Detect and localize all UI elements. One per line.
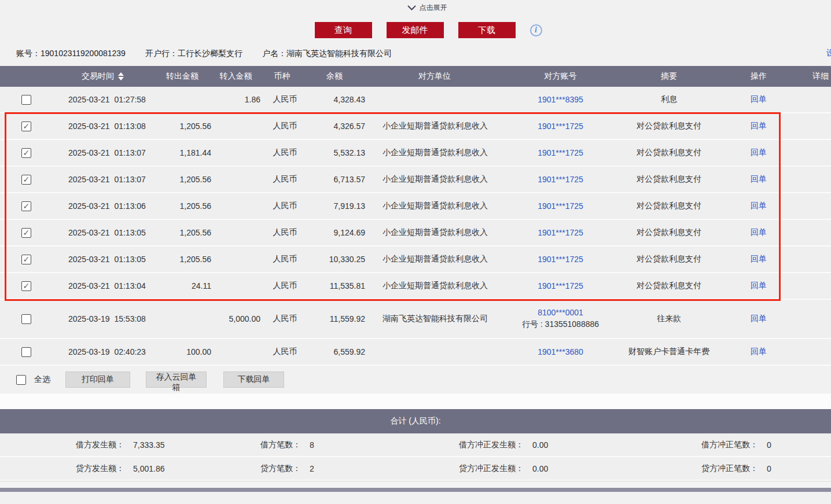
credit-reversal-amount-label: 贷方冲正发生额： (350, 463, 524, 474)
query-button[interactable]: 查询 (315, 22, 372, 38)
debit-reversal-amount-label: 借方冲正发生额： (350, 440, 524, 450)
send-email-button[interactable]: 发邮件 (387, 22, 444, 38)
cell-time: 2025-03-21 01:13:05 (52, 228, 153, 237)
counterparty-account-link[interactable]: 1901***3680 (538, 347, 583, 356)
download-button[interactable]: 下载 (458, 22, 516, 38)
debit-reversal-count-label: 借方冲正笔数： (584, 440, 758, 450)
debit-count-label: 借方笔数： (171, 440, 301, 450)
col-summary-header: 摘要 (617, 71, 721, 82)
counterparty-account-link[interactable]: 1901***8395 (538, 95, 583, 104)
receipt-link[interactable]: 回单 (751, 121, 767, 130)
bank-number: 行号 : 313551088886 (504, 319, 617, 330)
counterparty-account-link[interactable]: 1901***1725 (538, 122, 583, 131)
spacer (0, 393, 831, 409)
credit-reversal-amount-value: 0.00 (532, 464, 548, 473)
select-all-label: 全选 (34, 374, 50, 385)
cell-out-amount: 1,205.56 (153, 201, 211, 211)
receipt-link[interactable]: 回单 (751, 148, 767, 157)
spacer (0, 481, 831, 488)
table-row: 2025-03-21 01:13:07 1,205.56 人民币 6,713.5… (0, 167, 831, 193)
info-icon[interactable]: i (530, 24, 542, 36)
cell-balance: 4,326.57 (304, 122, 365, 131)
counterparty-account-link[interactable]: 1901***1725 (538, 281, 583, 290)
cell-currency: 人民币 (260, 174, 304, 185)
cell-summary: 对公贷款利息支付 (617, 227, 721, 238)
cell-summary: 对公贷款利息支付 (617, 254, 721, 264)
debit-amount-label: 借方发生额： (0, 440, 124, 450)
sort-icon[interactable] (118, 72, 124, 80)
print-receipt-button[interactable]: 打印回单 (65, 371, 130, 388)
table-row: 2025-03-21 01:13:08 1,205.56 人民币 4,326.5… (0, 113, 831, 140)
expand-toggle[interactable]: 点击展开 (0, 0, 831, 15)
table-row: 2025-03-21 01:13:05 1,205.56 人民币 9,124.6… (0, 220, 831, 247)
credit-amount-label: 贷方发生额： (0, 463, 124, 474)
cloud-receipt-button[interactable]: 存入云回单箱 (146, 371, 207, 388)
table-row: 2025-03-21 01:13:05 1,205.56 人民币 10,330.… (0, 247, 831, 273)
table-row: 2025-03-21 01:13:07 1,181.44 人民币 5,532.1… (0, 140, 831, 167)
debit-reversal-count-value: 0 (767, 440, 771, 450)
col-in-header: 转入金额 (211, 71, 260, 82)
cell-summary: 财智账户卡普通卡年费 (617, 347, 721, 357)
transaction-table: 交易时间 转出金额 转入金额 币种 余额 对方单位 对方账号 摘要 操作 详细 … (0, 66, 831, 366)
cell-out-amount: 1,181.44 (153, 148, 211, 157)
row-checkbox[interactable] (21, 314, 31, 324)
cell-currency: 人民币 (260, 94, 304, 105)
cell-party: 小企业短期普通贷款利息收入 (365, 227, 504, 238)
cell-party: 小企业短期普通贷款利息收入 (365, 254, 504, 264)
cell-out-amount: 1,205.56 (153, 228, 211, 237)
row-checkbox[interactable] (21, 95, 31, 105)
cell-out-amount: 1,205.56 (153, 122, 211, 131)
cell-time: 2025-03-21 01:13:04 (52, 281, 153, 290)
cell-in-amount: 5,000.00 (211, 314, 260, 323)
cell-balance: 6,713.57 (304, 175, 365, 184)
cell-time: 2025-03-21 01:13:05 (52, 255, 153, 264)
row-checkbox[interactable] (21, 148, 31, 158)
counterparty-account-link[interactable]: 8100***0001 (538, 308, 583, 317)
credit-reversal-count-value: 0 (767, 464, 771, 473)
receipt-link[interactable]: 回单 (751, 254, 767, 263)
settings-link-partial[interactable]: 设 (826, 48, 831, 58)
col-balance-header: 余额 (304, 71, 365, 82)
receipt-link[interactable]: 回单 (751, 227, 767, 237)
receipt-link[interactable]: 回单 (751, 174, 767, 183)
account-number: 账号：1901023119200081239 (16, 49, 126, 59)
table-row: 2025-03-21 01:13:04 24.11 人民币 11,535.81 … (0, 273, 831, 300)
receipt-link[interactable]: 回单 (751, 94, 767, 104)
table-row: 2025-03-19 15:53:08 5,000.00 人民币 11,559.… (0, 300, 831, 339)
row-checkbox[interactable] (21, 281, 31, 291)
cell-currency: 人民币 (260, 254, 304, 264)
select-all-checkbox[interactable] (16, 375, 26, 385)
row-checkbox[interactable] (21, 347, 31, 357)
cell-summary: 对公贷款利息支付 (617, 201, 721, 211)
cell-party: 小企业短期普通贷款利息收入 (365, 281, 504, 291)
receipt-actions: 全选 打印回单 存入云回单箱 下载回单 (0, 366, 831, 393)
col-detail-header: 详细 (796, 71, 831, 82)
counterparty-account-link[interactable]: 1901***1725 (538, 228, 583, 237)
next-section-header-partial (0, 488, 831, 492)
row-checkbox[interactable] (21, 228, 31, 238)
col-time-header[interactable]: 交易时间 (52, 71, 153, 82)
receipt-link[interactable]: 回单 (751, 314, 767, 323)
counterparty-account-link[interactable]: 1901***1725 (538, 201, 583, 211)
cell-time: 2025-03-21 01:13:06 (52, 201, 153, 211)
counterparty-account-link[interactable]: 1901***1725 (538, 175, 583, 184)
receipt-link[interactable]: 回单 (751, 201, 767, 210)
credit-amount-value: 5,001.86 (133, 464, 165, 473)
row-checkbox[interactable] (21, 201, 31, 211)
receipt-link[interactable]: 回单 (751, 281, 767, 290)
counterparty-account-link[interactable]: 1901***1725 (538, 255, 583, 264)
cell-time: 2025-03-19 02:40:23 (52, 347, 153, 356)
download-receipt-button[interactable]: 下载回单 (223, 371, 284, 388)
cell-balance: 9,124.69 (304, 228, 365, 237)
counterparty-account-link[interactable]: 1901***1725 (538, 148, 583, 157)
cell-in-amount: 1.86 (211, 95, 260, 104)
cell-currency: 人民币 (260, 148, 304, 158)
col-out-header: 转出金额 (153, 71, 211, 82)
chevron-down-icon (407, 5, 416, 10)
receipt-link[interactable]: 回单 (751, 347, 767, 356)
row-checkbox[interactable] (21, 122, 31, 131)
col-party-header: 对方单位 (365, 71, 504, 82)
account-holder: 户名：湖南飞英达智能科技有限公司 (262, 49, 392, 59)
row-checkbox[interactable] (21, 175, 31, 185)
row-checkbox[interactable] (21, 255, 31, 264)
